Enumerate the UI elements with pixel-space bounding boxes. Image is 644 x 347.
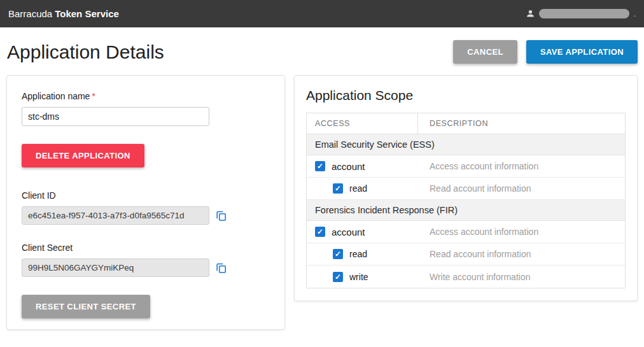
client-id-row <box>22 206 270 225</box>
client-secret-label: Client Secret <box>22 243 270 253</box>
application-details-card: Application name* DELETE APPLICATION Cli… <box>6 75 285 330</box>
scope-access-label: account <box>332 161 365 172</box>
client-id-label: Client ID <box>22 190 270 201</box>
client-secret-row <box>22 258 270 277</box>
scope-checkbox[interactable]: ✓ <box>333 183 343 194</box>
scope-access-cell: ✓read <box>307 249 418 259</box>
scope-title: Application Scope <box>295 76 637 113</box>
scope-checkbox[interactable]: ✓ <box>315 227 325 237</box>
scope-access-label: write <box>349 272 368 282</box>
scope-access-cell: ✓write <box>307 272 418 282</box>
scope-description: Access account information <box>418 161 538 171</box>
scope-checkbox[interactable]: ✓ <box>333 249 343 259</box>
scope-row: ✓readRead account information <box>307 243 625 266</box>
application-name-label: Application name* <box>22 91 270 101</box>
scope-table: ACCESS DESCRIPTION Email Security Servic… <box>306 113 626 288</box>
scope-description: Read account information <box>418 249 531 259</box>
topbar: BarracudaToken Service . <box>0 0 644 27</box>
user-name-redacted[interactable] <box>539 9 629 18</box>
scope-access-cell: ✓account <box>307 161 418 172</box>
column-header-access: ACCESS <box>307 113 418 134</box>
scope-access-cell: ✓account <box>307 227 418 237</box>
reset-client-secret-button[interactable]: RESET CLIENT SECRET <box>22 295 150 318</box>
scope-row: ✓writeWrite account information <box>307 266 625 288</box>
scope-row: ✓readRead account information <box>307 178 625 200</box>
scope-description: Read account information <box>418 183 531 194</box>
scope-group-header: Forensics Incident Response (FIR) <box>307 200 625 221</box>
copy-client-id-button[interactable] <box>215 209 227 222</box>
product-name: Token Service <box>55 8 119 19</box>
scope-table-header: ACCESS DESCRIPTION <box>307 113 625 134</box>
scope-access-label: account <box>332 227 365 237</box>
cancel-button[interactable]: CANCEL <box>453 40 517 64</box>
brand-name: Barracuda <box>8 8 52 19</box>
application-name-label-text: Application name <box>22 91 90 101</box>
header-actions: CANCEL SAVE APPLICATION <box>453 40 638 64</box>
save-application-button[interactable]: SAVE APPLICATION <box>526 40 638 64</box>
client-secret-input <box>22 258 209 277</box>
user-suffix: . <box>633 11 636 17</box>
brand: BarracudaToken Service <box>8 8 119 19</box>
scope-checkbox[interactable]: ✓ <box>333 272 343 282</box>
scope-checkbox[interactable]: ✓ <box>315 161 325 171</box>
page: BarracudaToken Service . Application Det… <box>0 0 644 347</box>
required-asterisk: * <box>92 91 95 101</box>
application-name-input[interactable] <box>22 107 209 126</box>
scope-access-cell: ✓read <box>307 183 418 194</box>
scope-group-header: Email Security Service (ESS) <box>307 134 625 155</box>
copy-icon <box>215 214 227 223</box>
delete-application-button[interactable]: DELETE APPLICATION <box>22 144 144 167</box>
copy-client-secret-button[interactable] <box>215 262 227 274</box>
scope-table-body: Email Security Service (ESS)✓accountAcce… <box>307 134 625 288</box>
user-area: . <box>526 9 636 18</box>
copy-icon <box>215 266 227 276</box>
column-header-description: DESCRIPTION <box>418 119 488 128</box>
application-scope-card: Application Scope ACCESS DESCRIPTION Ema… <box>294 75 638 301</box>
scope-access-label: read <box>349 183 367 194</box>
scope-row: ✓accountAccess account information <box>307 221 625 243</box>
page-title: Application Details <box>7 41 164 63</box>
user-icon <box>526 9 535 18</box>
client-id-input <box>22 206 209 225</box>
scope-row: ✓accountAccess account information <box>307 155 625 178</box>
scope-description: Access account information <box>418 227 538 237</box>
scope-access-label: read <box>349 249 367 259</box>
scope-description: Write account information <box>418 272 530 282</box>
